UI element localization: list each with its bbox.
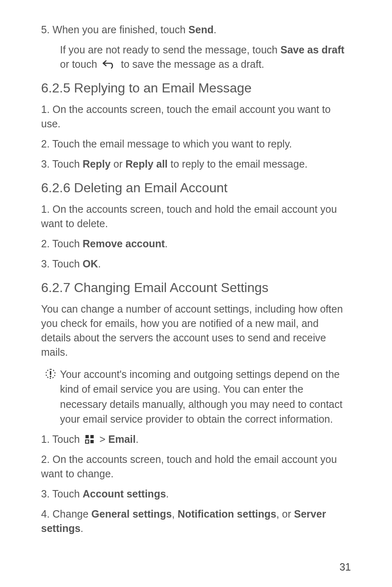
svg-rect-0 bbox=[50, 371, 51, 375]
s627-step1-prefix: 1. Touch bbox=[41, 433, 83, 445]
svg-rect-3 bbox=[90, 435, 94, 438]
step-5-sub: If you are not ready to send the message… bbox=[60, 43, 351, 71]
s625-step3-prefix: 3. Touch bbox=[41, 158, 83, 170]
step-5-sub-mid: or touch bbox=[60, 58, 100, 70]
s626-step2-bold: Remove account bbox=[83, 238, 165, 249]
back-arrow-icon bbox=[102, 60, 115, 69]
s627-step4-suffix: . bbox=[81, 523, 83, 534]
s625-step3-suffix: to reply to the email message. bbox=[168, 158, 307, 170]
s625-step3: 3. Touch Reply or Reply all to reply to … bbox=[41, 157, 351, 171]
step-5-sub-suffix: to save the message as a draft. bbox=[118, 58, 264, 70]
s627-step4-b2: Notification settings bbox=[178, 508, 276, 520]
s626-step2-prefix: 2. Touch bbox=[41, 238, 83, 249]
heading-deleting: 6.2.6 Deleting an Email Account bbox=[41, 180, 351, 196]
s627-step2: 2. On the accounts screen, touch and hol… bbox=[41, 452, 351, 481]
s626-step3-suffix: . bbox=[98, 258, 101, 269]
apps-grid-icon bbox=[85, 435, 94, 444]
step-5-bold: Send bbox=[189, 24, 214, 35]
note-icon-slot bbox=[41, 367, 60, 381]
s627-step1-bold: Email bbox=[108, 433, 136, 445]
s626-step3-prefix: 3. Touch bbox=[41, 258, 83, 269]
page-number: 31 bbox=[339, 561, 351, 573]
s627-step4: 4. Change General settings, Notification… bbox=[41, 507, 351, 536]
s625-step1: 1. On the accounts screen, touch the ema… bbox=[41, 102, 351, 131]
heading-replying: 6.2.5 Replying to an Email Message bbox=[41, 81, 351, 96]
warning-icon bbox=[45, 368, 56, 381]
s627-step1-suffix: . bbox=[136, 433, 138, 445]
heading-changing: 6.2.7 Changing Email Account Settings bbox=[41, 280, 351, 295]
s627-step1: 1. Touch > Email. bbox=[41, 432, 351, 447]
s627-intro: You can change a number of account setti… bbox=[41, 302, 351, 359]
s625-step3-b1: Reply bbox=[83, 158, 111, 170]
step-5-sub-prefix: If you are not ready to send the message… bbox=[60, 44, 280, 55]
s627-step4-prefix: 4. Change bbox=[41, 508, 91, 520]
step-5-prefix: 5. When you are finished, touch bbox=[41, 24, 189, 35]
note-block: Your account's incoming and outgoing set… bbox=[41, 367, 351, 426]
s627-step3-prefix: 3. Touch bbox=[41, 488, 83, 500]
svg-rect-5 bbox=[85, 440, 89, 443]
svg-rect-2 bbox=[85, 435, 89, 438]
s627-step3: 3. Touch Account settings. bbox=[41, 487, 351, 501]
s627-step4-b1: General settings bbox=[91, 508, 172, 520]
s626-step1: 1. On the accounts screen, touch and hol… bbox=[41, 202, 351, 231]
step-5-sub-bold: Save as draft bbox=[280, 44, 344, 55]
s625-step3-mid: or bbox=[111, 158, 125, 170]
note-text: Your account's incoming and outgoing set… bbox=[60, 367, 351, 426]
s627-step4-c2: , or bbox=[276, 508, 294, 520]
svg-rect-4 bbox=[90, 440, 94, 443]
step-5: 5. When you are finished, touch Send. bbox=[41, 23, 351, 37]
s626-step2-suffix: . bbox=[165, 238, 168, 249]
step-5-suffix: . bbox=[214, 24, 217, 35]
s627-step4-c1: , bbox=[172, 508, 178, 520]
manual-page: 5. When you are finished, touch Send. If… bbox=[0, 0, 392, 587]
svg-point-1 bbox=[50, 376, 51, 378]
s627-step3-suffix: . bbox=[166, 488, 169, 500]
s626-step3: 3. Touch OK. bbox=[41, 257, 351, 271]
s626-step2: 2. Touch Remove account. bbox=[41, 237, 351, 251]
s625-step3-b2: Reply all bbox=[125, 158, 168, 170]
s626-step3-bold: OK bbox=[83, 258, 98, 269]
s625-step2: 2. Touch the email message to which you … bbox=[41, 137, 351, 151]
s627-step3-bold: Account settings bbox=[83, 488, 166, 500]
s627-step1-mid: > bbox=[97, 433, 108, 445]
